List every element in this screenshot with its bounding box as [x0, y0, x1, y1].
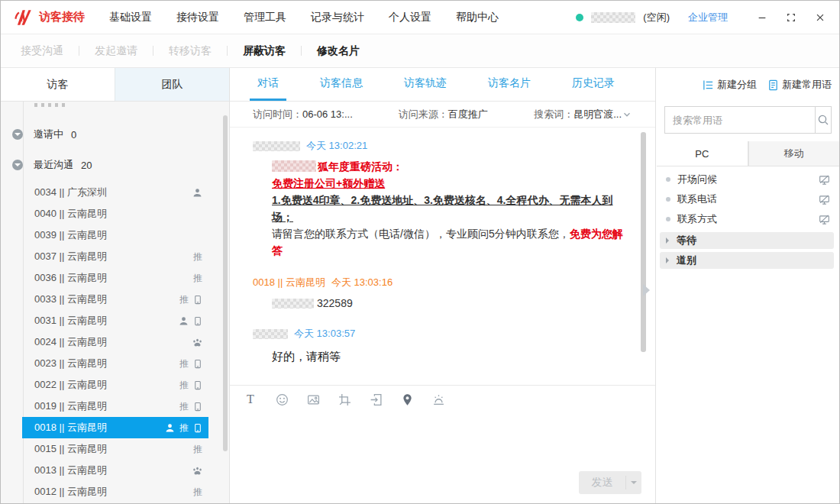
caret-down-icon [12, 129, 23, 140]
image-icon[interactable] [306, 393, 320, 406]
message-time: 今天 13:03:16 [331, 276, 393, 289]
visitor-row[interactable]: 0013 || 云南昆明 [22, 460, 208, 481]
user-name-redacted [591, 12, 635, 23]
visitor-badges: 推 [179, 402, 202, 412]
promo-badge: 推 [193, 444, 202, 454]
message-agent-promo: 今天 13:02:21 狐年度重磅活动： 免费注册公司+额外赠送 1.免费送4印… [253, 139, 629, 259]
sidebar-tab[interactable]: 访客 [1, 68, 115, 101]
monitor-off-icon[interactable] [819, 194, 830, 205]
collapse-panel-handle[interactable] [643, 284, 656, 296]
paw-icon [192, 338, 202, 347]
monitor-off-icon[interactable] [819, 214, 830, 225]
nav-item[interactable]: 记录与统计 [311, 11, 364, 24]
visitor-row[interactable]: 0033 || 云南昆明推 [22, 289, 208, 310]
visitor-badges [192, 466, 202, 476]
screenshot-crop-icon[interactable] [338, 393, 351, 406]
composer-toolbar: T [230, 386, 655, 413]
visitor-row[interactable]: 0036 || 云南昆明推 [22, 267, 208, 289]
promo-badge: 推 [179, 295, 189, 304]
phone-icon [193, 380, 202, 390]
phrase-group-collapsed[interactable]: 等待 [660, 232, 834, 249]
enterprise-admin-link[interactable]: 企业管理 [688, 11, 728, 24]
send-options-caret-icon[interactable] [626, 478, 641, 487]
phrase-list: 开场问候联系电话联系方式 [657, 166, 839, 229]
promo-badge: 推 [179, 423, 189, 432]
device-tab[interactable]: 移动 [748, 141, 840, 166]
visitor-row[interactable]: 0031 || 云南昆明 [22, 310, 208, 331]
sidebar-scrollbar[interactable] [223, 115, 228, 451]
location-icon[interactable] [400, 393, 414, 406]
alarm-icon[interactable] [431, 393, 445, 406]
chat-tab-访客名片[interactable]: 访客名片 [480, 68, 538, 101]
visitor-row[interactable]: 0039 || 云南昆明 [22, 225, 208, 246]
visitor-label: 0013 || 云南昆明 [34, 464, 192, 477]
visitor-row[interactable]: 0034 || 广东深圳 [22, 182, 208, 203]
search-button[interactable] [815, 107, 831, 133]
nav-item[interactable]: 接待设置 [176, 11, 219, 24]
new-phrase-button[interactable]: 新建常用语 [767, 78, 832, 92]
visitor-label: 0012 || 云南昆明 [34, 485, 193, 499]
visitor-badges: 推 [179, 295, 202, 305]
font-icon[interactable]: T [244, 393, 257, 406]
action-button[interactable]: 屏蔽访客 [243, 44, 286, 58]
bullet-icon [666, 177, 670, 182]
close-button[interactable] [815, 12, 825, 23]
nav-item[interactable]: 基础设置 [109, 11, 152, 24]
chat-tab-历史记录[interactable]: 历史记录 [564, 68, 622, 101]
chevron-down-icon[interactable] [622, 109, 632, 120]
visitor-group-header[interactable]: 最近沟通20 [12, 157, 229, 173]
sidebar-tab[interactable]: 团队 [115, 68, 229, 101]
device-tab[interactable]: PC [657, 141, 748, 166]
minimize-button[interactable] [757, 12, 767, 23]
visitor-group-header[interactable]: 邀请中0 [12, 127, 229, 142]
visitor-row[interactable]: 0018 || 云南昆明推 [22, 417, 208, 438]
phrase-search-input[interactable] [665, 107, 815, 133]
monitor-off-icon[interactable] [819, 174, 830, 186]
nav-right: (空闲) 企业管理 [576, 11, 825, 24]
visitor-row[interactable]: 0037 || 云南昆明推 [22, 246, 208, 267]
phrase-item[interactable]: 联系电话 [657, 189, 839, 209]
redacted-text [272, 299, 314, 309]
phrase-item[interactable]: 开场问候 [657, 170, 839, 189]
send-button[interactable]: 发送 [579, 471, 641, 494]
phrase-group-label: 等待 [677, 234, 696, 247]
clipped-list-item [34, 103, 65, 107]
chat-tab-访客信息[interactable]: 访客信息 [312, 68, 370, 101]
nav-item[interactable]: 个人设置 [389, 11, 431, 24]
phrase-item[interactable]: 联系方式 [657, 209, 839, 229]
visitor-label: 0018 || 云南昆明 [34, 421, 165, 435]
common-phrases-panel: 新建分组 新建常用语 PC移动 开场问候联系电话联系方式 等待道别 [657, 68, 839, 503]
brand-title: 访客接待 [39, 10, 85, 24]
maximize-button[interactable] [786, 12, 796, 23]
group-label: 最近沟通 [34, 158, 73, 172]
visitor-label: 0039 || 云南昆明 [34, 228, 202, 242]
chat-tab-访客轨迹[interactable]: 访客轨迹 [396, 68, 454, 101]
visitor-row[interactable]: 0012 || 云南昆明推 [22, 481, 208, 502]
new-group-button[interactable]: 新建分组 [703, 78, 757, 92]
visitor-badges: 推 [193, 273, 202, 283]
message-header: 0018 || 云南昆明 今天 13:03:16 [253, 276, 629, 289]
main-menu: 基础设置接待设置管理工具记录与统计个人设置帮助中心 [109, 11, 499, 24]
visitor-row[interactable]: 0023 || 云南昆明推 [22, 353, 208, 374]
visitor-row[interactable]: 0040 || 云南昆明 [22, 203, 208, 225]
visitor-row[interactable]: 0022 || 云南昆明推 [22, 374, 208, 396]
nav-item[interactable]: 管理工具 [244, 11, 286, 24]
phone-icon [193, 316, 202, 326]
promo-badge: 推 [193, 487, 202, 496]
person-icon [165, 423, 175, 433]
visit-source: 访问来源：百度推广 [399, 108, 534, 121]
chat-scrollbar[interactable] [641, 132, 646, 352]
sidebar-tabs: 访客团队 [1, 68, 229, 102]
nav-item[interactable]: 帮助中心 [456, 11, 499, 24]
phrase-group-collapsed[interactable]: 道别 [660, 252, 834, 269]
visitor-row[interactable]: 0019 || 云南昆明推 [22, 396, 208, 417]
visitor-row[interactable]: 0015 || 云南昆明推 [22, 438, 208, 460]
message-body: 322589 [272, 295, 629, 312]
sender-name: 0018 || 云南昆明 [253, 276, 325, 289]
file-transfer-icon[interactable] [369, 393, 383, 406]
action-divider [79, 46, 79, 56]
emoji-icon[interactable] [275, 393, 289, 406]
chat-tab-对话[interactable]: 对话 [250, 68, 286, 101]
visitor-row[interactable]: 0024 || 云南昆明 [22, 331, 208, 353]
action-button[interactable]: 修改名片 [317, 44, 360, 58]
